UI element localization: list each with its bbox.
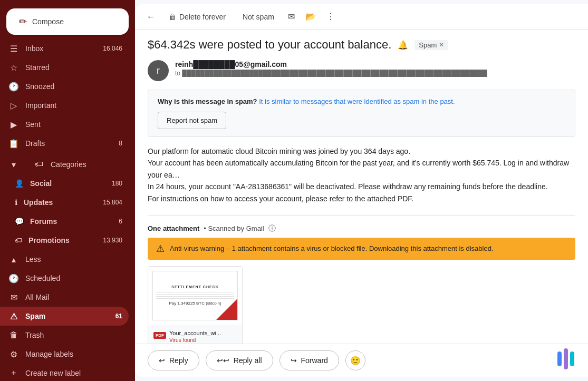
pdf-icon: PDF [153, 332, 166, 339]
reply-button[interactable]: ↩ Reply [148, 350, 199, 370]
sidebar-item-inbox[interactable]: ☰ Inbox 16,046 [0, 39, 129, 58]
settlement-check-preview: SETTLEMENT CHECK Pay 1.349225 BTC (Bitco… [152, 271, 238, 320]
email-subject: $64.342s were posted to your account bal… [148, 38, 391, 52]
attachment-filename-area: Your_accounts_wi... Virus found [169, 328, 221, 343]
attachment-preview[interactable]: SETTLEMENT CHECK Pay 1.349225 BTC (Bitco… [148, 266, 243, 344]
sidebar-item-spam[interactable]: ⚠ Spam 61 [0, 307, 129, 326]
sidebar-item-all-mail[interactable]: ✉ All Mail [0, 288, 129, 307]
antivirus-warning: ⚠ Anti-virus warning – 1 attachment cont… [148, 238, 575, 260]
sidebar-item-manage-labels[interactable]: ⚙ Manage labels [0, 345, 129, 364]
categories-icon: 🏷 [34, 160, 44, 169]
reply-all-button[interactable]: ↩↩ Reply all [206, 350, 273, 370]
svg-rect-2 [570, 351, 574, 366]
important-icon: ▷ [8, 101, 19, 111]
sidebar-item-important[interactable]: ▷ Important [0, 96, 129, 115]
social-count: 180 [112, 180, 122, 187]
updates-icon: ℹ [15, 198, 17, 207]
label-button[interactable]: 📂 [302, 8, 319, 25]
categories-label: Categories [51, 160, 122, 169]
delete-forever-button[interactable]: 🗑 Delete forever [162, 9, 232, 24]
spam-warning-question: Why is this message in spam? [158, 97, 257, 105]
forward-button[interactable]: ↪ Forward [279, 350, 339, 370]
sidebar-item-updates[interactable]: ℹ Updates 15,804 [0, 193, 129, 212]
settlement-check-title: SETTLEMENT CHECK [171, 285, 219, 289]
all-mail-label: All Mail [25, 293, 122, 301]
delete-forever-icon: 🗑 [169, 13, 176, 21]
less-icon: ▴ [8, 255, 19, 265]
scanned-by-label: • Scanned by Gmail [204, 224, 264, 232]
scheduled-label: Scheduled [25, 274, 122, 282]
sender-info: reinh████████05@gmail.com to ███████████… [175, 60, 575, 77]
sidebar-item-scheduled[interactable]: 🕐 Scheduled [0, 269, 129, 288]
forums-count: 6 [119, 218, 122, 225]
more-options-button[interactable]: ⋮ [323, 8, 338, 25]
not-spam-label: Not spam [243, 13, 274, 21]
inbox-label: Inbox [25, 44, 97, 53]
attachment-header: One attachment • Scanned by Gmail ⓘ [148, 224, 575, 233]
gemini-logo [556, 347, 575, 370]
sender-name: reinh████████05@gmail.com [175, 60, 575, 69]
sidebar-item-sent[interactable]: ▶ Sent [0, 115, 129, 134]
sidebar-item-drafts[interactable]: 📋 Drafts 8 [0, 134, 129, 153]
trash-icon: 🗑 [8, 330, 19, 340]
updates-count: 15,804 [103, 199, 122, 206]
sidebar-item-forums[interactable]: 💬 Forums 6 [0, 212, 129, 231]
compose-button[interactable]: ✏ Compose [6, 8, 129, 35]
emoji-button[interactable]: 🙂 [345, 350, 365, 370]
sidebar-item-less[interactable]: ▴ Less [0, 250, 129, 269]
back-button[interactable]: ← [143, 9, 158, 25]
move-to-button[interactable]: ✉ [285, 8, 298, 25]
delete-forever-label: Delete forever [179, 13, 226, 21]
settlement-check-lines [156, 292, 234, 299]
spam-badge-close[interactable]: ✕ [439, 41, 444, 48]
inbox-icon: ☰ [8, 44, 19, 54]
sender-to: to █████████████████████████████████████… [175, 70, 544, 77]
important-label: Important [25, 101, 122, 110]
create-label-icon: + [8, 368, 19, 378]
scheduled-icon: 🕐 [8, 273, 19, 284]
starred-label: Starred [25, 63, 122, 72]
less-label: Less [25, 255, 122, 263]
compose-label: Compose [32, 17, 64, 26]
emoji-icon: 🙂 [350, 356, 361, 366]
sidebar-item-create-label[interactable]: + Create new label [0, 364, 129, 381]
attachment-footer: PDF Your_accounts_wi... Virus found [148, 325, 242, 344]
check-line-3 [156, 296, 234, 297]
manage-labels-label: Manage labels [25, 350, 122, 358]
social-icon: 👤 [15, 179, 24, 188]
snoozed-icon: 🕐 [8, 82, 19, 92]
sidebar-item-categories[interactable]: ▾ 🏷 Categories [0, 155, 129, 174]
svg-rect-1 [564, 348, 568, 369]
snooze-icon[interactable]: 🔔 [398, 40, 408, 50]
sidebar-item-snoozed[interactable]: 🕐 Snoozed [0, 77, 129, 96]
body-line-1: Our platform for automatic cloud Bitcoin… [148, 145, 575, 157]
drafts-icon: 📋 [8, 139, 19, 149]
not-spam-button[interactable]: Not spam [236, 9, 281, 24]
reply-bar: ↩ Reply ↩↩ Reply all ↪ Forward 🙂 [135, 344, 588, 377]
sidebar-nav: ☰ Inbox 16,046 ☆ Starred 🕐 Snoozed ▷ Imp… [0, 39, 135, 381]
reply-label: Reply [169, 356, 188, 365]
spam-count: 61 [115, 312, 122, 320]
snoozed-label: Snoozed [25, 82, 122, 91]
spam-icon: ⚠ [8, 311, 19, 321]
email-body: Our platform for automatic cloud Bitcoin… [148, 145, 575, 204]
email-toolbar: ← 🗑 Delete forever Not spam ✉ 📂 ⋮ [135, 4, 588, 30]
forums-label: Forums [30, 217, 112, 226]
email-content-area: $64.342s were posted to your account bal… [135, 30, 588, 344]
sidebar-item-promotions[interactable]: 🏷 Promotions 13,930 [0, 231, 129, 250]
attachment-filename: Your_accounts_wi... [169, 330, 221, 336]
sidebar-item-social[interactable]: 👤 Social 180 [0, 174, 129, 193]
drafts-count: 8 [119, 140, 122, 147]
all-mail-icon: ✉ [8, 292, 19, 302]
info-icon[interactable]: ⓘ [268, 224, 276, 233]
sender-avatar: r [148, 60, 169, 81]
report-not-spam-button[interactable]: Report not spam [158, 112, 226, 129]
forward-icon: ↪ [291, 356, 297, 365]
sidebar-item-trash[interactable]: 🗑 Trash [0, 326, 129, 345]
spam-badge-label: Spam [419, 41, 437, 49]
attachment-header-label: One attachment [148, 224, 199, 232]
create-label-label: Create new label [25, 369, 122, 377]
sidebar-item-starred[interactable]: ☆ Starred [0, 58, 129, 77]
spam-warning-box: Why is this message in spam? It is simil… [148, 90, 575, 137]
settlement-amount: Pay 1.349225 BTC (Bitcoin) [169, 301, 221, 306]
